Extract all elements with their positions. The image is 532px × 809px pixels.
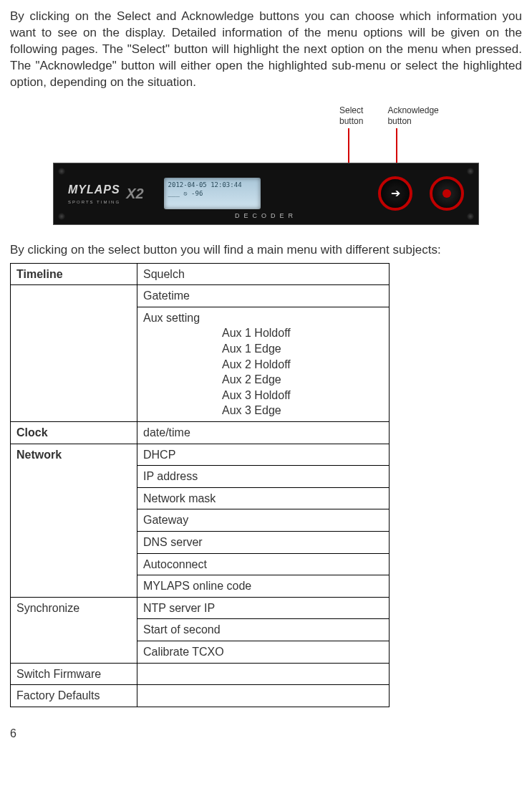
aux-item: Aux 2 Holdoff [222,357,383,373]
table-cell: Network mask [137,487,390,509]
label-text: Acknowledge [387,105,438,116]
table-cell: DHCP [137,444,390,466]
page-number: 6 [10,726,522,742]
table-cell: IP address [137,466,390,488]
table-cell-synchronize: Synchronize [11,597,137,619]
aux-item: Aux 3 Holdoff [222,388,383,403]
decoder-device-photo: MYLAPS SPORTS TIMING X2 2012-04-05 12:03… [53,163,479,225]
table-cell-network: Network [11,444,137,466]
lcd-line: 2012-04-05 12:03:44 [168,181,256,189]
label-text: button [387,116,411,127]
table-cell: Calibrate TCXO [137,641,390,663]
table-cell: NTP server IP [137,597,390,619]
table-cell: MYLAPS online code [137,575,390,598]
table-cell-empty [137,663,390,685]
brand-subtext: SPORTS TIMING [68,199,120,205]
table-cell-clock: Clock [11,421,137,444]
label-text: button [339,116,363,127]
table-cell: Autoconnect [137,553,390,575]
sub-intro-paragraph: By clicking on the select button you wil… [10,242,522,259]
table-cell-empty [137,685,390,707]
table-cell: DNS server [137,531,390,553]
table-cell: Gatetime [137,285,390,307]
table-cell-empty [11,285,137,422]
aux-item: Aux 1 Holdoff [222,325,383,341]
acknowledge-pointer-line [396,128,397,164]
lcd-line: ___ ⎋ -96 [168,189,256,198]
table-cell-empty [11,619,137,663]
aux-item: Aux 1 Edge [222,341,383,357]
decoder-label: DECODER [235,211,297,220]
menu-table: Timeline Squelch Gatetime Aux setting Au… [10,263,390,707]
label-text: Select [339,105,363,116]
lcd-screen: 2012-04-05 12:03:44 ___ ⎋ -96 [164,178,261,209]
table-cell: Gateway [137,509,390,532]
table-cell: date/time [137,421,390,444]
select-button-label: Select button [339,105,363,164]
intro-paragraph: By clicking on the Select and Acknowledg… [10,9,522,91]
select-pointer-line [348,128,349,164]
device-figure: Select button Acknowledge button MYLAPS … [10,105,522,225]
table-cell-timeline: Timeline [11,263,137,285]
table-cell: Start of second [137,619,390,641]
brand-logo: MYLAPS [68,182,120,198]
table-cell-empty [11,466,137,575]
aux-setting-label: Aux setting [143,312,200,324]
select-button-icon [378,176,412,211]
table-cell-switchfw: Switch Firmware [11,663,137,685]
table-cell-empty [11,575,137,598]
model-badge: X2 [126,184,143,204]
aux-item: Aux 3 Edge [222,403,383,418]
aux-item: Aux 2 Edge [222,372,383,388]
table-cell-aux: Aux setting Aux 1 Holdoff Aux 1 Edge Aux… [137,307,390,421]
table-cell: Squelch [137,263,390,285]
table-cell-factory: Factory Defaults [11,685,137,707]
acknowledge-button-icon [430,176,464,211]
acknowledge-button-label: Acknowledge button [387,105,438,164]
